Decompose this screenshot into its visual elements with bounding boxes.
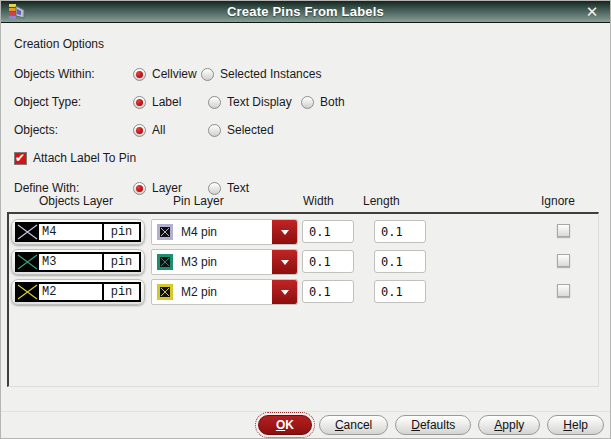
radio-selected-instances-label: Selected Instances (220, 67, 321, 81)
radio-text-display[interactable] (208, 96, 221, 109)
dropdown-arrow-button[interactable] (272, 280, 297, 304)
layer-swatch-icon (17, 254, 39, 270)
radio-all[interactable] (133, 124, 146, 137)
length-input[interactable] (374, 220, 426, 243)
define-with-label: Define With: (14, 181, 133, 195)
layer-purpose: pin (102, 284, 139, 300)
titlebar[interactable]: Create Pins From Labels ✕ (1, 1, 610, 23)
radio-both-label: Both (320, 95, 345, 109)
section-label: Creation Options (14, 37, 104, 51)
layers-table: M4 pin M4 pin (7, 212, 599, 387)
ignore-checkbox[interactable] (557, 224, 570, 237)
create-pins-from-labels-dialog: Create Pins From Labels ✕ Creation Optio… (0, 0, 611, 439)
header-width: Width (303, 194, 334, 208)
objects-layer-box: M2 pin (15, 282, 141, 302)
radio-cellview-label: Cellview (152, 67, 197, 81)
objects-layer-box: M3 pin (15, 252, 141, 272)
pin-layer-value: M3 pin (181, 255, 272, 269)
button-bar: OK Cancel Defaults Apply Help (1, 411, 610, 438)
pin-layer-swatch-icon (157, 284, 173, 300)
layer-purpose: pin (102, 254, 139, 270)
radio-label-label: Label (152, 95, 181, 109)
pin-layer-swatch-icon (157, 254, 173, 270)
objects-within-row: Objects Within: Cellview Selected Instan… (14, 66, 321, 82)
header-objects-layer: Objects Layer (39, 194, 113, 208)
header-pin-layer: Pin Layer (173, 194, 224, 208)
width-input[interactable] (302, 220, 354, 243)
width-input[interactable] (302, 250, 354, 273)
objects-layer-button-m3[interactable]: M3 pin (11, 249, 145, 275)
chevron-down-icon (281, 290, 289, 295)
radio-layer[interactable] (133, 182, 146, 195)
dialog-title: Create Pins From Labels (1, 4, 610, 19)
apply-button[interactable]: Apply (478, 415, 540, 435)
objects-layer-button-m4[interactable]: M4 pin (11, 219, 145, 245)
radio-label[interactable] (133, 96, 146, 109)
table-row-m3: M3 pin M3 pin (9, 249, 598, 275)
ok-button[interactable]: OK (258, 415, 312, 435)
ignore-checkbox[interactable] (557, 284, 570, 297)
object-type-row: Object Type: Label Text Display Both (14, 94, 345, 110)
radio-all-label: All (152, 123, 165, 137)
layer-swatch-icon (17, 284, 39, 300)
radio-both[interactable] (301, 96, 314, 109)
dropdown-arrow-button[interactable] (272, 220, 297, 244)
defaults-button[interactable]: Defaults (395, 415, 471, 435)
layer-swatch-icon (17, 224, 39, 240)
radio-text-display-label: Text Display (227, 95, 292, 109)
radio-layer-label: Layer (152, 181, 182, 195)
pin-layer-swatch-icon (157, 224, 173, 240)
radio-text-label: Text (227, 181, 249, 195)
attach-label-row: Attach Label To Pin (14, 150, 136, 166)
radio-selected-instances[interactable] (201, 68, 214, 81)
objects-within-label: Objects Within: (14, 67, 133, 81)
chevron-down-icon (281, 230, 289, 235)
help-button[interactable]: Help (547, 415, 604, 435)
object-type-label: Object Type: (14, 95, 133, 109)
ignore-checkbox[interactable] (557, 254, 570, 267)
pin-layer-dropdown-m2[interactable]: M2 pin (151, 279, 298, 305)
length-input[interactable] (374, 280, 426, 303)
pin-layer-dropdown-m4[interactable]: M4 pin (151, 219, 298, 245)
attach-label-to-pin-checkbox[interactable] (14, 152, 27, 165)
objects-layer-button-m2[interactable]: M2 pin (11, 279, 145, 305)
radio-selected-label: Selected (227, 123, 274, 137)
table-row-m4: M4 pin M4 pin (9, 219, 598, 245)
radio-selected[interactable] (208, 124, 221, 137)
layer-name: M3 (39, 255, 102, 269)
radio-text[interactable] (208, 182, 221, 195)
cancel-button[interactable]: Cancel (319, 415, 388, 435)
objects-row: Objects: All Selected (14, 122, 274, 138)
header-ignore: Ignore (541, 194, 575, 208)
chevron-down-icon (281, 260, 289, 265)
layer-purpose: pin (102, 224, 139, 240)
radio-cellview[interactable] (133, 68, 146, 81)
header-length: Length (363, 194, 400, 208)
table-row-m2: M2 pin M2 pin (9, 279, 598, 305)
objects-layer-box: M4 pin (15, 222, 141, 242)
width-input[interactable] (302, 280, 354, 303)
objects-label: Objects: (14, 123, 133, 137)
length-input[interactable] (374, 250, 426, 273)
layer-name: M2 (39, 285, 102, 299)
dropdown-arrow-button[interactable] (272, 250, 297, 274)
pin-layer-value: M4 pin (181, 225, 272, 239)
attach-label-to-pin-label: Attach Label To Pin (33, 151, 136, 165)
layer-name: M4 (39, 225, 102, 239)
pin-layer-value: M2 pin (181, 285, 272, 299)
close-icon[interactable]: ✕ (582, 1, 602, 23)
pin-layer-dropdown-m3[interactable]: M3 pin (151, 249, 298, 275)
